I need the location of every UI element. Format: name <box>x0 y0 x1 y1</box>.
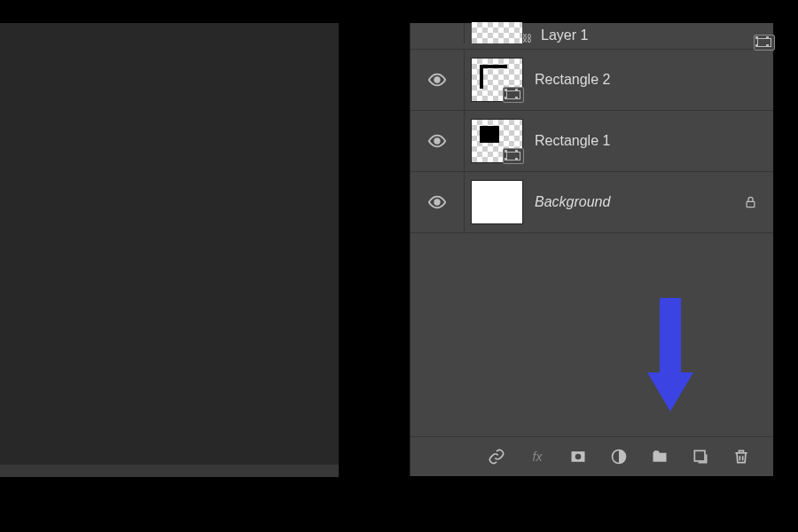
layers-panel-footer: fx <box>411 436 773 476</box>
layer-thumbnails <box>465 181 522 223</box>
layer-row[interactable]: Rectangle 1 <box>411 111 773 172</box>
layer-row[interactable]: Background <box>411 172 773 233</box>
visibility-toggle[interactable] <box>411 23 465 43</box>
vector-mask-badge <box>503 87 524 103</box>
layer-row[interactable]: Rectangle 2 <box>411 50 773 111</box>
svg-rect-3 <box>747 201 755 207</box>
adjustment-layer-button[interactable] <box>608 446 630 467</box>
vector-mask-badge <box>754 35 775 51</box>
layers-empty-area <box>411 233 773 436</box>
layer-name[interactable]: Layer 1 <box>541 27 588 43</box>
svg-point-5 <box>575 454 582 460</box>
layer-thumbnail[interactable] <box>472 59 522 101</box>
eye-icon <box>427 70 447 90</box>
fx-icon: fx <box>533 450 543 464</box>
lock-indicator[interactable] <box>727 195 773 209</box>
visibility-toggle[interactable] <box>411 172 465 232</box>
layers-panel: ⛓ Layer 1 Rectangle 2 <box>410 23 773 476</box>
link-layers-button[interactable] <box>486 446 507 467</box>
svg-point-2 <box>434 200 440 205</box>
layer-mask-button[interactable] <box>567 446 589 467</box>
eye-icon <box>427 192 447 212</box>
canvas-scrollbar[interactable] <box>0 465 339 477</box>
new-group-button[interactable] <box>649 446 670 467</box>
layer-name[interactable]: Rectangle 2 <box>522 72 773 88</box>
delete-layer-button[interactable] <box>731 446 752 467</box>
layer-list: ⛓ Layer 1 Rectangle 2 <box>411 23 773 233</box>
layer-thumbnail[interactable] <box>472 22 522 43</box>
layer-row[interactable]: ⛓ Layer 1 <box>411 23 773 50</box>
layer-thumbnails <box>465 59 522 101</box>
svg-rect-7 <box>694 450 705 461</box>
layer-name[interactable]: Rectangle 1 <box>522 133 773 149</box>
link-mask-icon: ⛓ <box>522 33 532 43</box>
layer-thumbnails <box>465 22 522 43</box>
vector-mask-badge <box>503 148 524 164</box>
layer-thumbnail[interactable] <box>472 120 522 162</box>
layer-thumbnail[interactable] <box>472 181 522 223</box>
visibility-toggle[interactable] <box>411 50 465 110</box>
visibility-toggle[interactable] <box>411 111 465 171</box>
eye-icon <box>427 131 447 151</box>
new-layer-button[interactable] <box>690 446 711 467</box>
svg-point-0 <box>434 77 440 82</box>
svg-point-1 <box>434 138 440 144</box>
lock-icon <box>744 195 757 209</box>
layer-thumbnails <box>465 120 522 162</box>
layer-style-button[interactable]: fx <box>527 446 548 467</box>
layer-name[interactable]: Background <box>522 194 727 210</box>
document-canvas[interactable] <box>0 23 339 465</box>
